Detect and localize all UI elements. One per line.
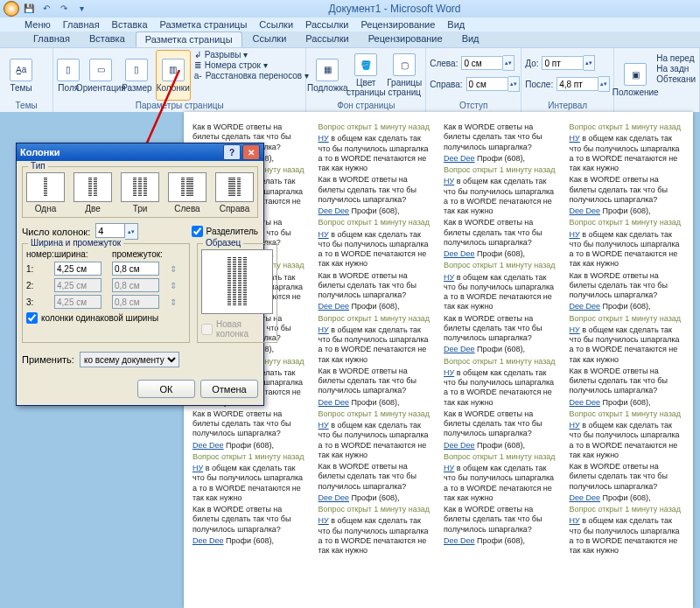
titlebar: 💾 ↶ ↷ ▾ Документ1 - Microsoft Word — [0, 0, 700, 17]
tab[interactable]: Вид — [453, 31, 488, 47]
dialog-titlebar[interactable]: Колонки ? ✕ — [17, 143, 263, 161]
apply-label: Применить: — [22, 354, 74, 365]
breaks-icon: ↲ — [194, 50, 201, 59]
new-column-checkbox: Новая колонка — [201, 319, 273, 339]
hyphenation-button[interactable]: a-Расстановка переносов ▾ — [194, 71, 309, 80]
tab[interactable]: Ссылки — [244, 31, 296, 47]
themes-icon: A̲a — [10, 59, 32, 81]
group-label: Фон страницы — [310, 101, 422, 111]
menu-item[interactable]: Разметка страницы — [160, 19, 248, 30]
width-gap-legend: Ширина и промежуток — [28, 238, 123, 248]
help-icon[interactable]: ? — [223, 144, 241, 160]
size-icon: ▯ — [125, 59, 148, 81]
indent-right-input[interactable]: ▴▾ — [466, 76, 520, 92]
spacing-before-input[interactable]: ▴▾ — [542, 55, 595, 71]
page-color-icon: 🪣 — [354, 53, 377, 76]
menu-item[interactable]: Рассылки — [305, 19, 348, 30]
send-back-button[interactable]: На задн — [656, 64, 696, 73]
ok-button[interactable]: ОК — [137, 380, 195, 398]
page-borders-button[interactable]: ▢Границы страниц — [387, 50, 422, 101]
cancel-button[interactable]: Отмена — [200, 380, 258, 398]
col-width-input[interactable] — [54, 262, 102, 276]
indent-right-label: Справа: — [430, 80, 462, 89]
ribbon: A̲a Темы Темы ▯Поля ▭Ориентация ▯Размер … — [0, 47, 700, 114]
qat-more-icon[interactable]: ▾ — [74, 1, 89, 15]
menu-item[interactable]: Рецензирование — [360, 19, 435, 30]
margins-icon: ▯ — [57, 59, 80, 81]
breaks-button[interactable]: ↲Разрывы ▾ — [194, 50, 309, 59]
columns-icon: ▥ — [162, 59, 185, 81]
apply-select[interactable]: ко всему документу — [80, 352, 179, 367]
tab[interactable]: Рецензирование — [360, 31, 452, 47]
ribbon-tabs: Главная Вставка Разметка страницы Ссылки… — [0, 31, 700, 47]
group-label — [618, 110, 696, 111]
menubar: Меню Главная Вставка Разметка страницы С… — [0, 17, 700, 31]
menu-item[interactable]: Ссылки — [259, 19, 293, 30]
orientation-button[interactable]: ▭Ориентация — [83, 50, 118, 101]
menu-item[interactable]: Меню — [24, 19, 51, 30]
group-label: Интервал — [525, 101, 610, 111]
group-label: Параметры страницы — [57, 101, 302, 111]
sample-legend: Образец — [203, 238, 243, 248]
lines-icon: ≣ — [194, 60, 201, 70]
margins-button[interactable]: ▯Поля — [57, 50, 80, 101]
columns-button[interactable]: ▥Колонки — [156, 50, 191, 101]
equal-width-checkbox[interactable]: колонки одинаковой ширины — [26, 312, 186, 324]
col-width-input — [54, 278, 102, 292]
qat-redo-icon[interactable]: ↷ — [56, 1, 72, 15]
orientation-icon: ▭ — [89, 59, 112, 81]
sample-preview — [201, 249, 273, 314]
qat-undo-icon[interactable]: ↶ — [38, 1, 54, 15]
themes-button[interactable]: A̲a Темы — [4, 50, 38, 101]
columns-dialog: Колонки ? ✕ Тип ОднаДвеТриСлеваСправа Чи… — [16, 143, 264, 406]
tab-page-layout[interactable]: Разметка страницы — [136, 31, 242, 47]
col-gap-input — [112, 295, 159, 309]
line-numbers-button[interactable]: ≣Номера строк ▾ — [194, 60, 309, 70]
type-option[interactable]: Три — [121, 172, 159, 213]
page-color-button[interactable]: 🪣Цвет страницы — [348, 50, 383, 101]
bring-front-button[interactable]: На перед — [656, 53, 696, 63]
col-width-input — [54, 295, 102, 309]
position-button[interactable]: ▣Положение — [618, 50, 653, 110]
watermark-icon: ▦ — [316, 59, 339, 81]
menu-item[interactable]: Главная — [63, 19, 100, 30]
text-wrap-button[interactable]: Обтекани — [656, 74, 696, 84]
spacing-before-label: До: — [525, 59, 538, 68]
watermark-button[interactable]: ▦Подложка — [310, 50, 345, 101]
position-icon: ▣ — [624, 63, 647, 86]
indent-left-label: Слева: — [430, 59, 458, 68]
spacing-after-input[interactable]: ▴▾ — [556, 76, 610, 92]
type-option[interactable]: Слева — [168, 172, 206, 213]
tab[interactable]: Вставка — [80, 31, 134, 47]
type-option[interactable]: Справа — [215, 172, 254, 213]
window-title: Документ1 - Microsoft Word — [89, 3, 700, 15]
group-label: Темы — [4, 101, 49, 111]
group-label: Отступ — [430, 101, 517, 111]
type-option[interactable]: Одна — [26, 172, 65, 213]
type-option[interactable]: Две — [74, 172, 112, 213]
dialog-title: Колонки — [20, 147, 60, 157]
hyphen-icon: a- — [194, 71, 202, 80]
qat-save-icon[interactable]: 💾 — [21, 1, 37, 15]
borders-icon: ▢ — [393, 53, 416, 76]
col-gap-input — [112, 278, 159, 292]
office-orb[interactable] — [4, 1, 19, 17]
tab[interactable]: Главная — [24, 31, 79, 47]
menu-item[interactable]: Вид — [447, 19, 465, 30]
indent-left-input[interactable]: ▴▾ — [461, 55, 514, 71]
col-gap-input[interactable] — [112, 262, 159, 276]
size-button[interactable]: ▯Размер — [122, 50, 151, 101]
type-legend: Тип — [28, 161, 48, 171]
tab[interactable]: Рассылки — [297, 31, 357, 47]
close-icon[interactable]: ✕ — [242, 144, 260, 160]
spacing-after-label: После: — [525, 80, 553, 89]
menu-item[interactable]: Вставка — [112, 19, 148, 30]
divider-checkbox[interactable]: Разделитель — [192, 226, 258, 237]
num-columns-label: Число колонок: — [22, 227, 90, 237]
